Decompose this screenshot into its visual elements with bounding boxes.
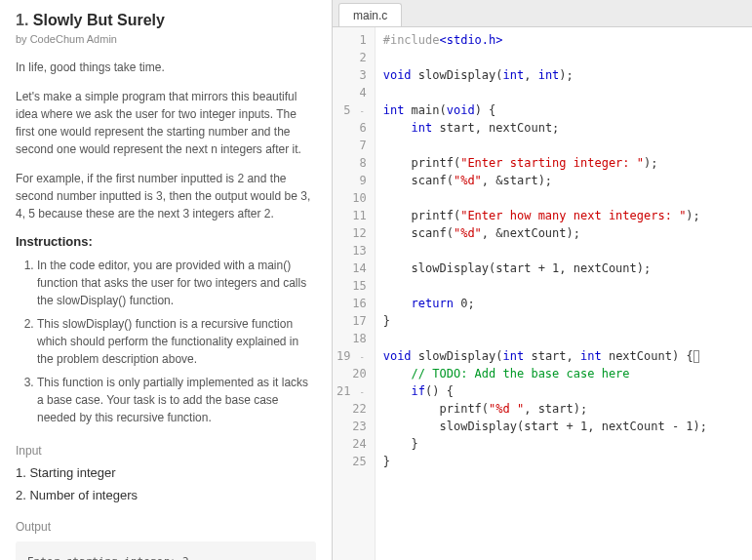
code-line[interactable]: printf("Enter starting integer: "); xyxy=(383,154,744,172)
code-line[interactable]: scanf("%d", &nextCount); xyxy=(383,224,744,242)
code-line[interactable] xyxy=(383,137,744,154)
output-sample: Enter starting integer: 2 Enter how many… xyxy=(16,541,316,560)
instruction-item: In the code editor, you are provided wit… xyxy=(37,257,316,309)
problem-para-2: Let's make a simple program that mirrors… xyxy=(16,88,316,158)
code-line[interactable]: return 0; xyxy=(383,295,744,312)
problem-panel: 1. Slowly But Surely by CodeChum Admin I… xyxy=(0,0,332,560)
gutter-line: 18 xyxy=(336,330,367,347)
gutter-line: 5 - xyxy=(336,101,367,119)
code-line[interactable]: slowDisplay(start + 1, nextCount); xyxy=(383,260,744,277)
code-line[interactable]: int start, nextCount; xyxy=(383,119,744,137)
code-line[interactable]: void slowDisplay(int, int); xyxy=(383,66,744,84)
problem-author: by CodeChum Admin xyxy=(16,33,316,45)
editor-panel: main.c 12345 -678910111213141516171819 -… xyxy=(332,0,752,560)
code-line[interactable]: } xyxy=(383,435,744,453)
gutter-line: 14 xyxy=(336,260,367,277)
instructions-header: Instructions: xyxy=(16,234,316,249)
gutter-line: 15 xyxy=(336,277,367,295)
code-line[interactable]: int main(void) { xyxy=(383,101,744,119)
code-line[interactable]: if() { xyxy=(383,382,744,400)
code-line[interactable]: scanf("%d", &start); xyxy=(383,172,744,189)
gutter-line: 8 xyxy=(336,154,367,172)
fold-icon[interactable]: - xyxy=(358,351,367,365)
fold-icon[interactable]: - xyxy=(358,105,367,119)
input-item: 2. Number of integers xyxy=(16,488,316,502)
gutter-line: 22 xyxy=(336,400,367,418)
gutter-line: 4 xyxy=(336,84,367,101)
tab-bar: main.c xyxy=(333,0,752,27)
problem-title-text: Slowly But Surely xyxy=(33,12,165,28)
code-line[interactable]: slowDisplay(start + 1, nextCount - 1); xyxy=(383,418,744,435)
gutter-line: 23 xyxy=(336,418,367,435)
gutter-line: 7 xyxy=(336,137,367,154)
gutter-line: 16 xyxy=(336,295,367,312)
problem-para-3: For example, if the first number inputte… xyxy=(16,170,316,222)
instructions-list: In the code editor, you are provided wit… xyxy=(16,257,316,426)
output-header: Output xyxy=(16,520,316,534)
gutter-line: 6 xyxy=(336,119,367,137)
gutter-line: 11 xyxy=(336,207,367,224)
code-line[interactable] xyxy=(383,84,744,101)
gutter-line: 13 xyxy=(336,242,367,260)
problem-number: 1. xyxy=(16,12,28,28)
instruction-item: This slowDisplay() function is a recursi… xyxy=(37,315,316,368)
code-line[interactable] xyxy=(383,277,744,295)
gutter-line: 1 xyxy=(336,31,367,49)
gutter-line: 21 - xyxy=(336,382,367,400)
code-line[interactable]: } xyxy=(383,312,744,330)
gutter-line: 24 xyxy=(336,435,367,453)
gutter-line: 10 xyxy=(336,189,367,207)
gutter-line: 25 xyxy=(336,453,367,470)
code-line[interactable] xyxy=(383,330,744,347)
code-line[interactable]: } xyxy=(383,453,744,470)
code-line[interactable] xyxy=(383,242,744,260)
gutter-line: 9 xyxy=(336,172,367,189)
code-line[interactable]: void slowDisplay(int start, int nextCoun… xyxy=(383,347,744,365)
code-area[interactable]: #include<stdio.h>void slowDisplay(int, i… xyxy=(376,27,752,560)
gutter-line: 2 xyxy=(336,49,367,66)
code-line[interactable]: printf("Enter how many next integers: ")… xyxy=(383,207,744,224)
code-line[interactable] xyxy=(383,189,744,207)
code-line[interactable] xyxy=(383,49,744,66)
cursor xyxy=(693,350,699,363)
gutter-line: 3 xyxy=(336,66,367,84)
input-header: Input xyxy=(16,444,316,458)
instruction-item: This function is only partially implemen… xyxy=(37,374,316,426)
fold-icon[interactable]: - xyxy=(358,386,367,400)
code-editor[interactable]: 12345 -678910111213141516171819 -2021 -2… xyxy=(333,27,752,560)
gutter-line: 17 xyxy=(336,312,367,330)
gutter-line: 20 xyxy=(336,365,367,382)
code-line[interactable]: #include<stdio.h> xyxy=(383,31,744,49)
input-item: 1. Starting integer xyxy=(16,465,316,480)
tab-main-c[interactable]: main.c xyxy=(338,3,402,26)
code-line[interactable]: printf("%d ", start); xyxy=(383,400,744,418)
line-gutter: 12345 -678910111213141516171819 -2021 -2… xyxy=(333,27,376,560)
gutter-line: 19 - xyxy=(336,347,367,365)
code-line[interactable]: // TODO: Add the base case here xyxy=(383,365,744,382)
gutter-line: 12 xyxy=(336,224,367,242)
problem-para-1: In life, good things take time. xyxy=(16,59,316,76)
problem-title: 1. Slowly But Surely xyxy=(16,12,316,29)
